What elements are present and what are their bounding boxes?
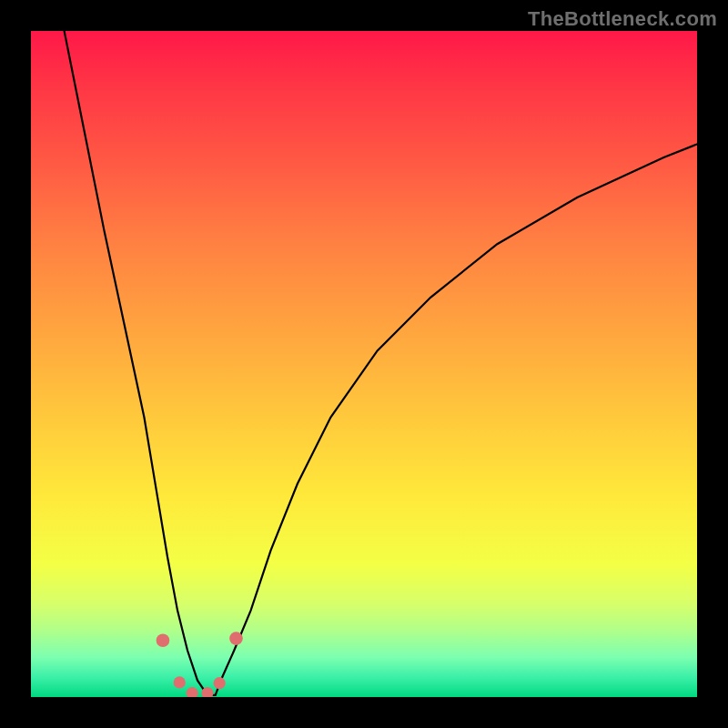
watermark-text: TheBottleneck.com	[528, 7, 717, 31]
curve-marker	[157, 633, 170, 647]
curve-marker	[201, 687, 213, 697]
curve-marker	[229, 632, 243, 645]
bottleneck-curve	[65, 31, 697, 695]
curve-marker	[214, 677, 226, 689]
curve-marker	[174, 676, 186, 688]
bottleneck-curve-svg	[31, 31, 697, 697]
curve-markers	[157, 632, 243, 697]
plot-area	[31, 31, 697, 697]
curve-marker	[187, 687, 198, 697]
